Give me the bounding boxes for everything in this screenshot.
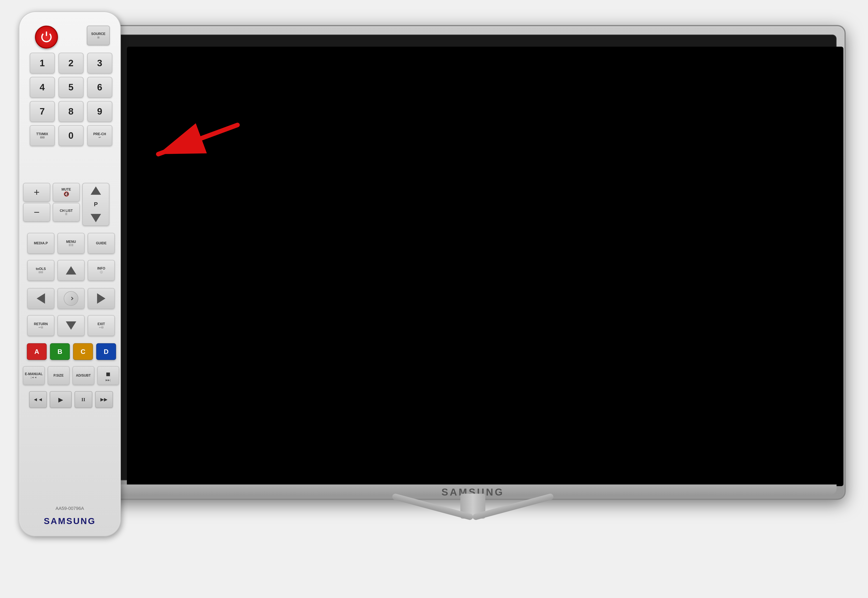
volume-block: + − [23,183,50,226]
exit-button[interactable]: EXIT ⇦⊟ [88,315,115,336]
ch-list-label: CH LIST [60,209,73,213]
left-icon [37,293,45,304]
e-manual-button[interactable]: E-MANUAL |◄◄ [23,366,45,385]
channel-up-down-button[interactable]: P [82,183,109,226]
tools-label: toOLS [36,267,46,271]
num-5-button[interactable]: 5 [58,77,84,98]
up-icon [66,266,76,275]
vol-down-icon: − [34,206,40,218]
remote: SOURCE ⊞ 1 2 3 4 5 6 7 8 9 [19,12,123,564]
play-button[interactable]: ▶ [50,391,72,408]
volume-down-button[interactable]: − [23,203,50,221]
num-7-button[interactable]: 7 [30,101,55,122]
return-label: RETURN [34,322,48,326]
menu-label: MENU [66,240,76,244]
num-6-button[interactable]: 6 [87,77,112,98]
rew-icon: ◄◄ [33,397,43,402]
menu-button[interactable]: MENU ☰☰ [57,233,85,254]
p-size-label: P.SIZE [54,374,64,377]
menu-row: MEDIA.P MENU ☰☰ GUIDE [23,233,119,254]
remote-model-number: AA59-00796A [55,506,84,511]
ff-icon: ▶▶ [100,397,108,402]
color-d-label: D [104,348,109,356]
return-row: RETURN ↩⊟ EXIT ⇦⊟ [23,315,119,336]
fast-forward-button[interactable]: ▶▶ [95,391,113,408]
pre-ch-button[interactable]: PRE-CH ↩ [87,125,112,146]
pre-ch-label: PRE-CH [93,132,106,136]
num-0-button[interactable]: 0 [58,125,84,146]
pause-button[interactable]: II [75,391,92,408]
channel-block: P [82,183,109,226]
volume-up-button[interactable]: + [23,183,50,202]
num-9-button[interactable]: 9 [87,101,112,122]
tv-screen [127,47,843,486]
mute-block: MUTE 🔇 CH LIST ☰ [53,183,80,226]
guide-label: GUIDE [96,241,107,245]
num-8-button[interactable]: 8 [58,101,84,122]
playback-row: ◄◄ ▶ II ▶▶ [22,391,120,408]
rewind-button[interactable]: ◄◄ [29,391,47,408]
dpad-row [23,288,119,309]
func-row: E-MANUAL |◄◄ P.SIZE AD/SUBT ■ ▶▶| [22,366,120,385]
tools-row: toOLS ⊟⊟ INFO ⓘ [23,260,119,281]
tv: SAMSUNG [100,25,846,562]
media-p-label: MEDIA.P [34,241,48,245]
info-button[interactable]: INFO ⓘ [88,260,115,281]
remote-body: SOURCE ⊞ 1 2 3 4 5 6 7 8 9 [19,12,121,536]
down-button[interactable] [57,315,85,336]
color-buttons-row: A B C D [25,343,118,360]
info-label: INFO [97,267,105,271]
e-manual-label: E-MANUAL [25,372,42,376]
scene: SAMSUNG SOURCE ⊞ 1 2 3 [0,0,868,598]
left-button[interactable] [27,288,54,309]
tti-mix-label: TTI/MIX [36,132,48,136]
num-1-button[interactable]: 1 [30,53,55,73]
up-button[interactable] [57,260,85,281]
channel-p-label: P [94,201,98,208]
tools-button[interactable]: toOLS ⊟⊟ [27,260,54,281]
stop-button[interactable]: ■ ▶▶| [97,366,119,385]
num-3-button[interactable]: 3 [87,53,112,73]
p-size-button[interactable]: P.SIZE [48,366,70,385]
color-b-label: B [57,348,62,356]
numpad: 1 2 3 4 5 6 7 8 9 TTI/MIX ⊟⊟ [25,53,117,146]
power-button[interactable] [35,25,58,49]
tv-stand [390,493,556,556]
source-label: SOURCE [91,32,105,36]
enter-button[interactable] [57,288,85,309]
source-button[interactable]: SOURCE ⊞ [87,25,110,45]
color-c-button[interactable]: C [73,343,93,360]
color-c-label: C [81,348,85,356]
ad-subt-button[interactable]: AD/SUBT [73,366,94,385]
guide-button[interactable]: GUIDE [88,233,115,254]
color-b-button[interactable]: B [50,343,70,360]
num-4-button[interactable]: 4 [30,77,55,98]
down-icon [66,321,76,330]
pause-icon: II [81,397,85,402]
tv-bezel [112,34,837,480]
stop-icon: ■ [106,370,111,378]
source-icon-text: ⊞ [97,36,100,39]
enter-icon [64,291,78,306]
mute-icon: 🔇 [64,191,69,197]
return-button[interactable]: RETURN ↩⊟ [27,315,54,336]
mute-label: MUTE [61,188,71,191]
exit-label: EXIT [97,322,105,326]
num-2-button[interactable]: 2 [58,53,84,73]
play-icon: ▶ [58,396,63,403]
tti-mix-button[interactable]: TTI/MIX ⊟⊟ [30,125,55,146]
vol-up-icon: + [34,186,40,198]
ch-list-button[interactable]: CH LIST ☰ [53,203,80,221]
mute-button[interactable]: MUTE 🔇 [53,183,80,202]
right-button[interactable] [88,288,115,309]
tv-frame [100,25,846,500]
right-icon [97,293,105,304]
color-d-button[interactable]: D [96,343,116,360]
channel-down-icon [91,214,101,222]
color-a-button[interactable]: A [27,343,47,360]
power-icon [41,32,52,42]
color-a-label: A [34,348,39,356]
media-p-button[interactable]: MEDIA.P [27,233,54,254]
remote-brand-label: SAMSUNG [44,516,96,526]
enter-arrow [70,297,73,300]
